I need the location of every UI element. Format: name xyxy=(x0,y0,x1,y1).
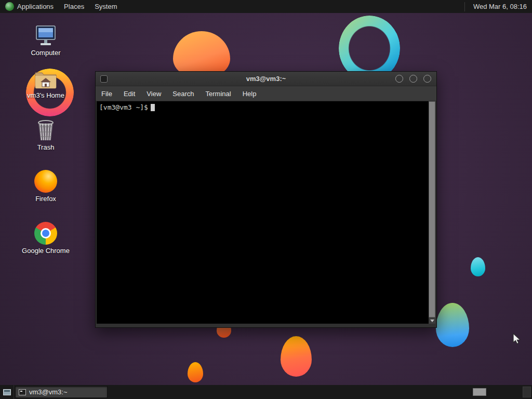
desktop-icon-label: Firefox xyxy=(17,195,75,203)
panel-separator xyxy=(464,2,465,11)
top-panel-right: Wed Mar 6, 08:16 xyxy=(464,0,532,13)
taskbar-terminal-icon xyxy=(19,389,26,395)
terminal-window: vm3@vm3:~ File Edit View Search Terminal… xyxy=(95,71,437,328)
system-menu-label: System xyxy=(95,3,117,10)
maximize-button[interactable] xyxy=(409,75,417,83)
window-controls xyxy=(395,75,436,83)
desktop-icon-home[interactable]: vm3's Home xyxy=(17,65,75,99)
computer-icon xyxy=(17,23,75,47)
menu-edit[interactable]: Edit xyxy=(118,86,141,101)
window-titlebar[interactable]: vm3@vm3:~ xyxy=(96,72,436,86)
terminal-output[interactable]: [vm3@vm3 ~]$ xyxy=(97,101,429,324)
chrome-icon xyxy=(17,221,75,245)
clock-applet[interactable]: Wed Mar 6, 08:16 xyxy=(468,3,532,10)
close-button[interactable] xyxy=(423,75,431,83)
scroll-down-icon xyxy=(430,320,434,322)
wallpaper-egg-green-blue xyxy=(436,303,469,347)
minimize-button[interactable] xyxy=(395,75,403,83)
bottom-panel: vm3@vm3:~ xyxy=(0,385,532,399)
panel-end-applet[interactable] xyxy=(523,387,531,397)
terminal-window-icon xyxy=(100,75,108,83)
desktop-icon-label: vm3's Home xyxy=(17,91,75,99)
desktop-icon-label: Computer xyxy=(17,49,75,57)
desktop-icon-firefox[interactable]: Firefox xyxy=(17,169,75,203)
distro-logo-icon xyxy=(5,2,14,11)
taskbar-window-button[interactable]: vm3@vm3:~ xyxy=(15,386,108,398)
desktop-icon-label: Google Chrome xyxy=(17,247,75,255)
menu-terminal[interactable]: Terminal xyxy=(200,86,237,101)
scrollbar-thumb[interactable] xyxy=(429,101,435,317)
mouse-cursor xyxy=(511,333,522,348)
wallpaper-egg-orange-tiny xyxy=(188,362,203,382)
bottom-panel-right xyxy=(473,385,532,399)
applications-menu[interactable]: Applications xyxy=(0,0,59,13)
taskbar-window-label: vm3@vm3:~ xyxy=(29,388,68,396)
terminal-menubar: File Edit View Search Terminal Help xyxy=(96,86,436,101)
terminal-cursor xyxy=(151,104,155,111)
places-menu-label: Places xyxy=(64,3,84,10)
places-menu[interactable]: Places xyxy=(59,0,89,13)
top-panel: Applications Places System Wed Mar 6, 08… xyxy=(0,0,532,13)
show-desktop-button[interactable] xyxy=(0,385,14,399)
workspace-switcher[interactable] xyxy=(473,388,486,396)
home-folder-icon xyxy=(17,65,75,89)
applications-menu-label: Applications xyxy=(17,3,54,10)
firefox-icon xyxy=(17,169,75,193)
terminal-scrollbar[interactable] xyxy=(429,101,435,324)
menu-search[interactable]: Search xyxy=(167,86,200,101)
window-title: vm3@vm3:~ xyxy=(96,75,436,83)
desktop-icon-label: Trash xyxy=(17,143,75,151)
scroll-down-button[interactable] xyxy=(429,317,435,324)
menu-view[interactable]: View xyxy=(141,86,167,101)
menu-file[interactable]: File xyxy=(96,86,118,101)
wallpaper-egg-teal-small xyxy=(471,257,485,276)
desktop-icon-trash[interactable]: Trash xyxy=(17,117,75,151)
wallpaper-egg-orange-bottom xyxy=(281,336,312,377)
desktop-icon-chrome[interactable]: Google Chrome xyxy=(17,221,75,255)
trash-icon xyxy=(17,117,75,141)
show-desktop-icon xyxy=(3,389,11,395)
shell-prompt: [vm3@vm3 ~]$ xyxy=(99,103,148,111)
system-menu[interactable]: System xyxy=(89,0,122,13)
desktop-icon-computer[interactable]: Computer xyxy=(17,23,75,57)
terminal-body: [vm3@vm3 ~]$ xyxy=(97,101,435,324)
menu-help[interactable]: Help xyxy=(237,86,262,101)
